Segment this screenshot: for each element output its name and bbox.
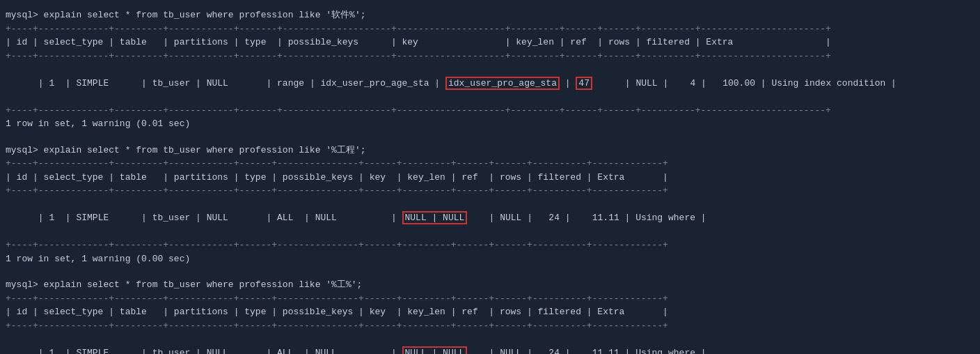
keylen-highlight-1: 47	[576, 77, 592, 90]
data-row-1: | 1 | SIMPLE | tb_user | NULL | range | …	[6, 63, 974, 104]
key-highlight-3: NULL | NULL	[402, 346, 468, 355]
header-3: | id | select_type | table | partitions …	[6, 305, 974, 319]
divider1-3: +----+-------------+---------+----------…	[6, 292, 974, 306]
data-before-2: | 1 | SIMPLE | tb_user | NULL | ALL | NU…	[38, 213, 402, 223]
data-after-2: | NULL | 24 | 11.11 | Using where |	[467, 213, 706, 223]
data-row-2: | 1 | SIMPLE | tb_user | NULL | ALL | NU…	[6, 198, 974, 239]
cmd-2: mysql> explain select * from tb_user whe…	[6, 144, 974, 157]
divider3-1: +----+-------------+---------+----------…	[6, 104, 974, 118]
data-after-1: | NULL | 4 | 100.00 | Using index condit…	[592, 78, 896, 88]
key-highlight-2: NULL | NULL	[402, 211, 468, 224]
query-block-1: mysql> explain select * from tb_user whe…	[0, 6, 980, 134]
divider2-1: +----+-------------+---------+----------…	[6, 49, 974, 63]
data-mid-1: |	[560, 78, 576, 88]
header-2: | id | select_type | table | partitions …	[6, 171, 974, 185]
divider1-2: +----+-------------+---------+----------…	[6, 157, 974, 171]
cmd-3: mysql> explain select * from tb_user whe…	[6, 278, 974, 292]
data-before-3: | 1 | SIMPLE | tb_user | NULL | ALL | NU…	[38, 348, 402, 355]
cmd-1: mysql> explain select * from tb_user whe…	[6, 8, 974, 22]
result-1: 1 row in set, 1 warning (0.01 sec)	[6, 117, 974, 131]
key-highlight-1: idx_user_pro_age_sta	[445, 77, 560, 90]
result-2: 1 row in set, 1 warning (0.00 sec)	[6, 252, 974, 266]
header-1: | id | select_type | table | partitions …	[6, 36, 974, 49]
data-row-3: | 1 | SIMPLE | tb_user | NULL | ALL | NU…	[6, 332, 974, 354]
divider2-3: +----+-------------+---------+----------…	[6, 319, 974, 333]
terminal-output: mysql> explain select * from tb_user whe…	[0, 6, 980, 354]
query-block-2: mysql> explain select * from tb_user whe…	[0, 141, 980, 269]
data-after-3: | NULL | 24 | 11.11 | Using where |	[467, 348, 706, 355]
divider2-2: +----+-------------+---------+----------…	[6, 184, 974, 198]
query-block-3: mysql> explain select * from tb_user whe…	[0, 275, 980, 354]
divider1-1: +----+-------------+---------+----------…	[6, 22, 974, 36]
divider3-2: +----+-------------+---------+----------…	[6, 238, 974, 252]
data-before-1: | 1 | SIMPLE | tb_user | NULL | range | …	[38, 78, 445, 88]
